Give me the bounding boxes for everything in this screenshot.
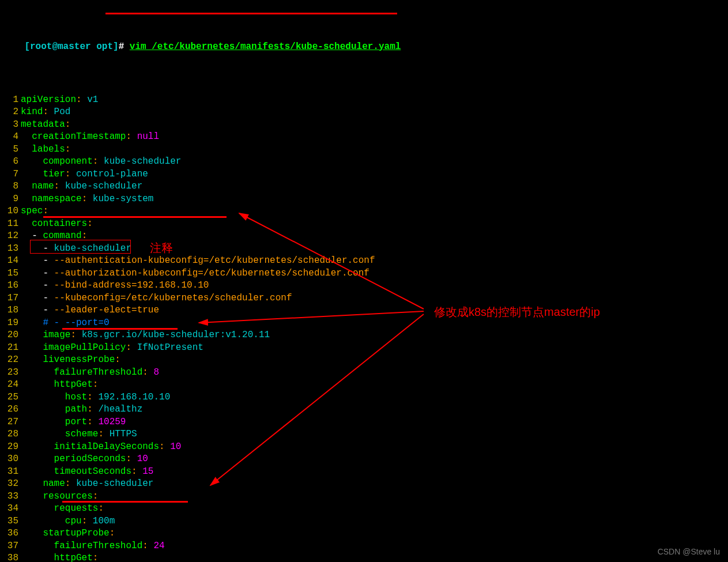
line-number: 7 (0, 168, 20, 181)
code-line: 24 httpGet: (0, 379, 728, 391)
underline-host-2 (62, 501, 188, 503)
line-number: 13 (0, 243, 20, 255)
code-line: 25 host: 192.168.10.10 (0, 391, 728, 404)
underline-command (105, 13, 397, 14)
line-content: path: /healthz (20, 403, 142, 416)
line-content: - --authorization-kubeconfig=/etc/kubern… (20, 267, 369, 280)
line-number: 9 (0, 193, 20, 206)
code-line: 34 requests: (0, 503, 728, 515)
code-line: 19 # - --port=0 (0, 317, 728, 330)
line-number: 35 (0, 515, 20, 528)
code-line: 36 startupProbe: (0, 527, 728, 540)
code-line: 18 - --leader-elect=true (0, 304, 728, 317)
line-number: 20 (0, 329, 20, 342)
line-content: cpu: 100m (20, 515, 115, 528)
code-line: 27 port: 10259 (0, 416, 728, 429)
line-content: apiVersion: v1 (20, 94, 98, 107)
line-content: - --leader-elect=true (20, 304, 159, 317)
line-content: host: 192.168.10.10 (20, 391, 170, 404)
code-line: 5 labels: (0, 144, 728, 156)
line-number: 8 (0, 180, 20, 193)
line-number: 1 (0, 94, 20, 107)
line-content: - --bind-address=192.168.10.10 (20, 280, 209, 292)
code-line: 4 creationTimestamp: null (0, 131, 728, 144)
watermark: CSDN @Steve lu (658, 547, 720, 556)
line-content: httpGet: (20, 552, 98, 562)
line-number: 10 (0, 205, 20, 218)
line-content: scheme: HTTPS (20, 428, 137, 441)
line-number: 30 (0, 453, 20, 466)
line-content: port: 10259 (20, 416, 126, 429)
code-line: 2kind: Pod (0, 106, 728, 119)
line-content: - --authentication-kubeconfig=/etc/kuber… (20, 255, 375, 267)
line-content: component: kube-scheduler (20, 156, 181, 168)
code-line: 9 namespace: kube-system (0, 193, 728, 206)
line-number: 38 (0, 552, 20, 562)
code-line: 14 - --authentication-kubeconfig=/etc/ku… (0, 255, 728, 267)
line-content: failureThreshold: 8 (20, 367, 159, 379)
code-line: 31 timeoutSeconds: 15 (0, 466, 728, 478)
line-number: 4 (0, 131, 20, 144)
code-line: 11 containers: (0, 218, 728, 231)
code-line: 22 livenessProbe: (0, 354, 728, 367)
line-content: tier: control-plane (20, 168, 148, 181)
line-content: name: kube-scheduler (20, 180, 142, 193)
line-number: 18 (0, 304, 20, 317)
line-number: 28 (0, 428, 20, 441)
line-number: 5 (0, 144, 20, 156)
code-line: 8 name: kube-scheduler (0, 180, 728, 193)
line-content: name: kube-scheduler (20, 478, 153, 491)
line-number: 14 (0, 255, 20, 267)
code-line: 23 failureThreshold: 8 (0, 367, 728, 379)
line-number: 36 (0, 527, 20, 540)
line-content: # - --port=0 (20, 317, 110, 330)
line-number: 2 (0, 106, 20, 119)
code-line: 16 - --bind-address=192.168.10.10 (0, 280, 728, 292)
line-content: labels: (20, 144, 70, 156)
line-number: 3 (0, 119, 20, 131)
code-line: 6 component: kube-scheduler (0, 156, 728, 168)
code-line: 15 - --authorization-kubeconfig=/etc/kub… (0, 267, 728, 280)
line-number: 16 (0, 280, 20, 292)
line-content: livenessProbe: (20, 354, 120, 367)
annotation-ip-label: 修改成k8s的控制节点master的ip (434, 304, 600, 320)
annotation-comment-label: 注释 (150, 240, 173, 256)
code-line: 28 scheme: HTTPS (0, 428, 728, 441)
line-number: 33 (0, 491, 20, 503)
code-line: 37 failureThreshold: 24 (0, 540, 728, 553)
line-number: 6 (0, 156, 20, 168)
line-content: timeoutSeconds: 15 (20, 466, 153, 478)
line-number: 21 (0, 342, 20, 354)
line-number: 17 (0, 292, 20, 305)
line-content: failureThreshold: 24 (20, 540, 165, 553)
line-content: periodSeconds: 10 (20, 453, 148, 466)
line-content: startupProbe: (20, 527, 115, 540)
code-line: 30 periodSeconds: 10 (0, 453, 728, 466)
code-line: 38 httpGet: (0, 552, 728, 562)
code-line: 32 name: kube-scheduler (0, 478, 728, 491)
line-content: kind: Pod (20, 106, 70, 119)
prompt-user-host: [root@master opt] (24, 42, 118, 52)
line-number: 27 (0, 416, 20, 429)
code-line: 35 cpu: 100m (0, 515, 728, 528)
shell-prompt: [root@master opt]# vim /etc/kubernetes/m… (0, 28, 728, 66)
code-line: 26 path: /healthz (0, 403, 728, 416)
underline-bind-address (43, 216, 227, 218)
prompt-command: vim /etc/kubernetes/manifests/kube-sched… (130, 42, 401, 52)
line-number: 37 (0, 540, 20, 553)
line-number: 19 (0, 317, 20, 330)
code-line: 3metadata: (0, 119, 728, 131)
code-line: 7 tier: control-plane (0, 168, 728, 181)
line-number: 24 (0, 379, 20, 391)
line-content: image: k8s.gcr.io/kube-scheduler:v1.20.1… (20, 329, 270, 342)
terminal-view: [root@master opt]# vim /etc/kubernetes/m… (0, 0, 728, 562)
line-number: 15 (0, 267, 20, 280)
line-content: creationTimestamp: null (20, 131, 159, 144)
line-number: 31 (0, 466, 20, 478)
code-line: 20 image: k8s.gcr.io/kube-scheduler:v1.2… (0, 329, 728, 342)
line-content: containers: (20, 218, 93, 231)
code-line: 17 - --kubeconfig=/etc/kubernetes/schedu… (0, 292, 728, 305)
line-number: 22 (0, 354, 20, 367)
line-number: 12 (0, 230, 20, 243)
line-number: 23 (0, 367, 20, 379)
